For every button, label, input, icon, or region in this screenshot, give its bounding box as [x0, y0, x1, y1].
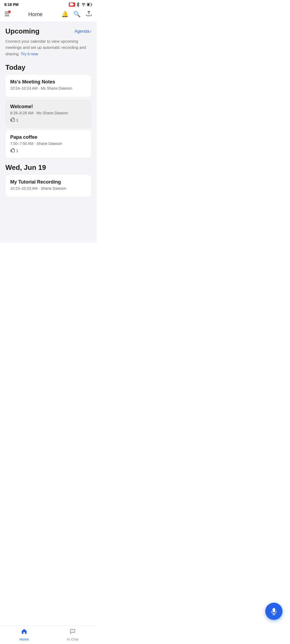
recording-indicator — [69, 2, 75, 7]
try-it-now-link[interactable]: Try it now — [21, 52, 38, 56]
meeting-title-2: Welcome! — [10, 104, 86, 109]
meeting-title-wed-1: My Tutorial Recording — [10, 179, 86, 185]
meeting-card-3[interactable]: Papa coffee 7:50–7:50 AM · Shane Dawson … — [5, 130, 91, 158]
meeting-clips-3: 1 — [10, 148, 86, 154]
wifi-icon — [81, 3, 86, 6]
bluetooth-icon — [76, 2, 80, 7]
header-actions: 🔔 🔍 — [61, 10, 92, 18]
meeting-card-2[interactable]: Welcome! 8:28–8:28 AM · Ms Shane Dawson … — [5, 100, 91, 127]
status-icons — [69, 2, 92, 7]
meeting-meta-1: 10:24–10:24 AM · Ms Shane Dawson — [10, 86, 86, 90]
upcoming-description: Connect your calendar to view upcoming m… — [5, 38, 91, 57]
svg-rect-0 — [70, 3, 73, 6]
notification-button[interactable]: 🔔 — [61, 11, 68, 18]
wed-section: Wed, Jun 19 My Tutorial Recording 10:23–… — [5, 163, 91, 197]
upcoming-title: Upcoming — [5, 27, 39, 35]
clip-icon-3 — [10, 148, 15, 154]
upload-icon — [85, 10, 92, 17]
today-title: Today — [5, 63, 91, 72]
upcoming-header: Upcoming Agenda › — [5, 27, 91, 35]
main-content: Upcoming Agenda › Connect your calendar … — [0, 22, 97, 243]
meeting-title-1: Ms's Meeting Notes — [10, 79, 86, 85]
upload-button[interactable] — [85, 10, 92, 18]
today-section: Today Ms's Meeting Notes 10:24–10:24 AM … — [5, 63, 91, 158]
page-title: Home — [28, 11, 42, 17]
meeting-meta-3: 7:50–7:50 AM · Shane Dawson — [10, 141, 86, 146]
clip-icon-2 — [10, 117, 15, 123]
svg-marker-1 — [73, 3, 74, 6]
notification-dot — [8, 10, 11, 13]
meeting-meta-wed-1: 10:23–10:23 AM · Shane Dawson — [10, 186, 86, 191]
clip-count-3: 1 — [16, 149, 18, 153]
meeting-meta-2: 8:28–8:28 AM · Ms Shane Dawson — [10, 111, 86, 115]
wed-title: Wed, Jun 19 — [5, 163, 91, 172]
agenda-link[interactable]: Agenda › — [75, 29, 92, 34]
svg-rect-5 — [88, 3, 89, 6]
meeting-title-3: Papa coffee — [10, 134, 86, 140]
svg-rect-4 — [92, 4, 92, 5]
search-button[interactable]: 🔍 — [73, 11, 81, 18]
upcoming-section: Upcoming Agenda › Connect your calendar … — [5, 27, 91, 57]
battery-icon — [87, 3, 92, 6]
header: ☰ Home 🔔 🔍 — [0, 8, 97, 22]
meeting-card-wed-1[interactable]: My Tutorial Recording 10:23–10:23 AM · S… — [5, 175, 91, 197]
meeting-card-1[interactable]: Ms's Meeting Notes 10:24–10:24 AM · Ms S… — [5, 75, 91, 97]
menu-button[interactable]: ☰ — [4, 11, 10, 17]
status-time: 8:18 PM — [4, 2, 19, 7]
clip-count-2: 1 — [16, 118, 18, 122]
svg-point-2 — [83, 6, 84, 6]
status-bar: 8:18 PM — [0, 0, 97, 8]
meeting-clips-2: 1 — [10, 117, 86, 123]
